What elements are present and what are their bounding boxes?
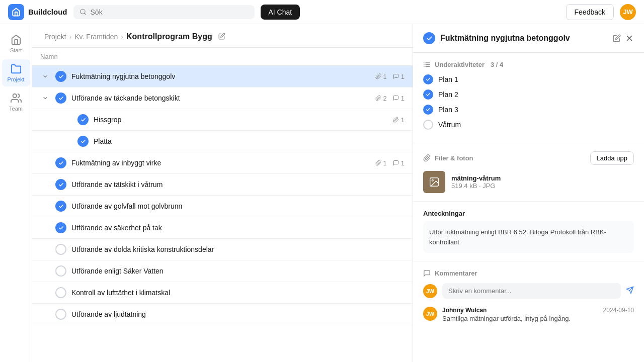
sidebar-team-label: Team (9, 106, 23, 112)
files-title: Filer & foton (423, 154, 473, 162)
content-area: Projekt › Kv. Framtiden › Kontrollprogra… (32, 24, 413, 362)
comments-title: Kommentarer (423, 269, 634, 277)
table-row[interactable]: Utförande av säkerhet på tak (32, 217, 413, 239)
panel-task-check[interactable] (423, 32, 435, 44)
sidebar-projekt-label: Projekt (7, 76, 24, 82)
paperclip-small-icon (375, 73, 381, 79)
paperclip-small-icon (393, 117, 399, 123)
task-name: Kontroll av lufttäthet i klimatskal (71, 289, 170, 297)
breadcrumb-projekt[interactable]: Projekt (44, 33, 66, 41)
table-row[interactable]: Hissgrop 1 (32, 109, 413, 131)
subactivity-check-checked[interactable] (423, 105, 433, 115)
users-icon (11, 93, 22, 104)
check-icon (58, 96, 64, 101)
search-icon (79, 8, 87, 16)
collapse-button[interactable] (40, 93, 50, 103)
subactivity-name: Våtrum (438, 121, 461, 129)
task-check-checked[interactable] (77, 136, 89, 147)
avatar[interactable]: JW (620, 4, 636, 20)
subactivities-header: Underaktiviteter 3 / 4 (423, 61, 634, 68)
files-header: Filer & foton Ladda upp (423, 151, 634, 165)
table-row[interactable]: Fuktmätning nygjutna betonggolv 1 1 (32, 66, 413, 87)
task-check-empty[interactable] (55, 287, 66, 298)
app-name: Buildcloud (28, 8, 67, 16)
task-name: Utförande av ljudtätning (71, 310, 146, 318)
subactivity-item[interactable]: Plan 2 (423, 89, 634, 100)
upload-button[interactable]: Ladda upp (590, 151, 634, 165)
paperclip-small-icon (375, 95, 381, 101)
task-check-empty[interactable] (55, 309, 66, 320)
table-row[interactable]: Kontroll av lufttäthet i klimatskal (32, 282, 413, 304)
subactivity-check-checked[interactable] (423, 89, 433, 100)
table-row[interactable]: Utförande av täckande betongskikt 2 1 (32, 87, 413, 109)
task-check-checked[interactable] (55, 93, 66, 104)
folder-icon (11, 63, 22, 74)
check-icon (80, 117, 86, 123)
send-comment-button[interactable] (626, 286, 634, 296)
subactivity-check-checked[interactable] (423, 74, 433, 84)
ai-chat-button[interactable]: AI Chat (261, 5, 300, 20)
attachment-count: 2 (375, 95, 387, 102)
comment-body: Johnny Wulcan 2024-09-10 Samtliga mätnin… (442, 307, 634, 322)
subactivity-item[interactable]: Plan 1 (423, 74, 634, 84)
task-name: Utförande av säkerhet på tak (71, 224, 162, 232)
breadcrumb: Projekt › Kv. Framtiden › Kontrollprogra… (32, 24, 413, 48)
collapse-button[interactable] (40, 71, 50, 81)
comments-list: JW Johnny Wulcan 2024-09-10 Samtliga mät… (423, 307, 634, 322)
logo-icon (8, 4, 24, 20)
comment-input[interactable] (442, 283, 621, 299)
task-name: Utförande av tätskikt i våtrum (71, 180, 163, 189)
check-icon (58, 204, 64, 209)
check-icon (58, 74, 64, 79)
task-check-empty[interactable] (55, 244, 66, 255)
image-icon (429, 176, 440, 188)
task-name: Utförande enligt Säker Vatten (71, 267, 164, 275)
breadcrumb-kv[interactable]: Kv. Framtiden (74, 33, 118, 41)
app-logo[interactable]: Buildcloud (8, 4, 67, 20)
task-check-empty[interactable] (55, 265, 66, 277)
task-check-checked[interactable] (55, 71, 66, 82)
task-meta: 2 1 (375, 95, 405, 102)
main-layout: Start Projekt Team Projekt › Kv. Framtid… (0, 24, 644, 362)
comment-small-icon (393, 160, 399, 166)
subactivities-list: Plan 1Plan 2Plan 3Våtrum (423, 74, 634, 130)
panel-edit-button[interactable] (613, 34, 621, 42)
panel-close-button[interactable] (625, 34, 634, 43)
subactivity-name: Plan 2 (438, 90, 458, 99)
attachment-count: 1 (375, 159, 387, 167)
svg-line-1 (84, 13, 86, 15)
sidebar-item-start[interactable]: Start (2, 30, 30, 57)
table-row[interactable]: Utförande av dolda kritiska konstruktion… (32, 239, 413, 260)
task-name: Utförande av täckande betongskikt (71, 94, 180, 102)
task-table: Namn Fuktmätning nygjutna betonggolv 1 1… (32, 48, 413, 325)
subactivity-check-empty[interactable] (423, 120, 433, 130)
task-check-checked[interactable] (55, 179, 66, 190)
breadcrumb-edit-icon[interactable] (218, 33, 225, 41)
check-icon (426, 35, 433, 42)
table-row[interactable]: Utförande av golvfall mot golvbrunn (32, 196, 413, 217)
task-check-checked[interactable] (55, 222, 66, 233)
task-check-checked[interactable] (55, 157, 66, 168)
task-check-checked[interactable] (55, 201, 66, 212)
table-row[interactable]: Utförande av tätskikt i våtrum (32, 174, 413, 196)
task-name: Utförande av golvfall mot golvbrunn (71, 202, 182, 210)
search-bar[interactable] (73, 5, 255, 19)
feedback-button[interactable]: Feedback (566, 4, 614, 20)
subactivity-item[interactable]: Våtrum (423, 120, 634, 130)
sidebar-item-team[interactable]: Team (2, 88, 30, 116)
table-row[interactable]: Utförande av ljudtätning (32, 304, 413, 325)
send-icon (626, 286, 634, 294)
files-label: Filer & foton (435, 154, 473, 162)
task-name: Utförande av dolda kritiska konstruktion… (71, 245, 214, 253)
table-row[interactable]: Fuktmätning av inbyggt virke 1 1 (32, 152, 413, 174)
attachment-count: 1 (375, 73, 387, 80)
task-name: Platta (94, 137, 112, 145)
search-input[interactable] (91, 8, 249, 16)
sidebar-item-projekt[interactable]: Projekt (2, 59, 30, 86)
task-check-checked[interactable] (77, 114, 89, 125)
table-row[interactable]: Platta (32, 131, 413, 152)
sidebar: Start Projekt Team (0, 24, 32, 362)
subactivity-item[interactable]: Plan 3 (423, 105, 634, 115)
table-row[interactable]: Utförande enligt Säker Vatten (32, 260, 413, 282)
close-icon (625, 34, 634, 43)
